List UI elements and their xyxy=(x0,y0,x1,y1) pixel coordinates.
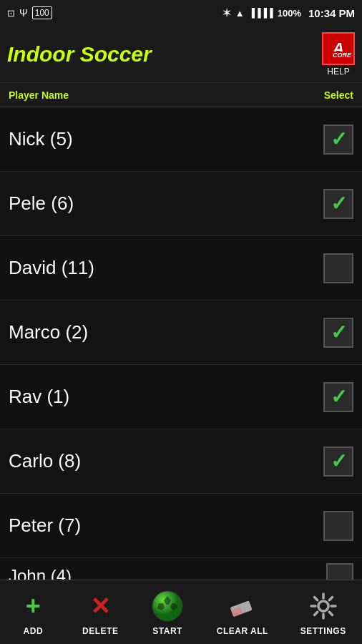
start-label: START xyxy=(152,626,182,636)
settings-icon xyxy=(306,589,341,623)
status-bar: ⊡ Ψ 100 ✶ ▲ ▐▐▐▐ 100% 10:34 PM xyxy=(0,0,362,26)
delete-label: DELETE xyxy=(82,626,118,636)
svg-point-7 xyxy=(318,601,328,611)
list-item[interactable]: Marco (2) ✓ xyxy=(0,301,362,365)
column-headers: Player Name Select xyxy=(0,83,362,107)
svg-line-14 xyxy=(329,597,332,600)
delete-icon: ✕ xyxy=(83,589,117,623)
svg-line-15 xyxy=(314,612,317,615)
player-checkbox[interactable] xyxy=(323,511,353,541)
player-name: Pele (6) xyxy=(9,192,74,215)
player-name: David (11) xyxy=(9,257,94,279)
list-item[interactable]: Peter (7) xyxy=(0,494,362,558)
player-name: Carlo (8) xyxy=(9,450,81,472)
status-left-icons: ⊡ Ψ 100 xyxy=(7,6,52,19)
settings-button[interactable]: SETTINGS xyxy=(300,589,346,636)
status-right-info: ✶ ▲ ▐▐▐▐ 100% 10:34 PM xyxy=(222,7,355,19)
player-name: Peter (7) xyxy=(9,514,81,537)
start-button[interactable]: START xyxy=(150,589,185,636)
player-checkbox[interactable]: ✓ xyxy=(323,318,353,348)
svg-point-1 xyxy=(152,591,182,621)
help-button[interactable]: A CORE HELP xyxy=(322,32,355,77)
clear-all-icon xyxy=(225,589,260,623)
battery-icon: 100 xyxy=(32,6,52,19)
delete-button[interactable]: ✕ DELETE xyxy=(82,589,118,636)
help-icon: A CORE xyxy=(322,32,355,65)
add-icon: + xyxy=(16,589,50,623)
help-label: HELP xyxy=(327,67,349,77)
bottom-toolbar: + ADD ✕ DELETE xyxy=(0,580,362,644)
column-player-name: Player Name xyxy=(9,89,69,101)
status-time: 10:34 PM xyxy=(308,7,355,19)
player-checkbox[interactable]: ✓ xyxy=(323,125,353,155)
signal-icon: ▐▐▐▐ xyxy=(249,8,273,18)
clear-all-button[interactable]: CLEAR ALL xyxy=(217,589,268,636)
usb-plug-icon: Ψ xyxy=(19,7,28,19)
player-name: Marco (2) xyxy=(9,321,88,343)
clear-all-label: CLEAR ALL xyxy=(217,626,268,636)
start-icon xyxy=(150,589,185,623)
player-list: Nick (5) ✓ Pele (6) ✓ David (11) Marco (… xyxy=(0,107,362,594)
player-name: Nick (5) xyxy=(9,128,73,150)
battery-percent: 100% xyxy=(278,8,301,19)
app-header: Indoor Soccer A CORE HELP xyxy=(0,26,362,83)
list-item[interactable]: David (11) xyxy=(0,236,362,301)
bluetooth-icon: ✶ xyxy=(222,7,231,19)
list-item[interactable]: Nick (5) ✓ xyxy=(0,107,362,172)
svg-line-13 xyxy=(329,612,332,615)
player-checkbox[interactable]: ✓ xyxy=(323,447,353,477)
column-select: Select xyxy=(324,89,353,101)
player-checkbox[interactable]: ✓ xyxy=(323,382,353,412)
player-checkbox[interactable] xyxy=(323,253,353,283)
list-item[interactable]: Rav (1) ✓ xyxy=(0,365,362,429)
wifi-icon: ▲ xyxy=(235,8,245,19)
add-button[interactable]: + ADD xyxy=(16,589,50,636)
player-checkbox[interactable]: ✓ xyxy=(323,189,353,219)
app-title: Indoor Soccer xyxy=(7,42,152,67)
list-item[interactable]: Pele (6) ✓ xyxy=(0,172,362,236)
settings-label: SETTINGS xyxy=(300,626,346,636)
list-item[interactable]: Carlo (8) ✓ xyxy=(0,429,362,494)
svg-line-12 xyxy=(314,597,317,600)
add-label: ADD xyxy=(24,626,44,636)
player-name: Rav (1) xyxy=(9,386,69,408)
usb-icon: ⊡ xyxy=(7,8,15,19)
